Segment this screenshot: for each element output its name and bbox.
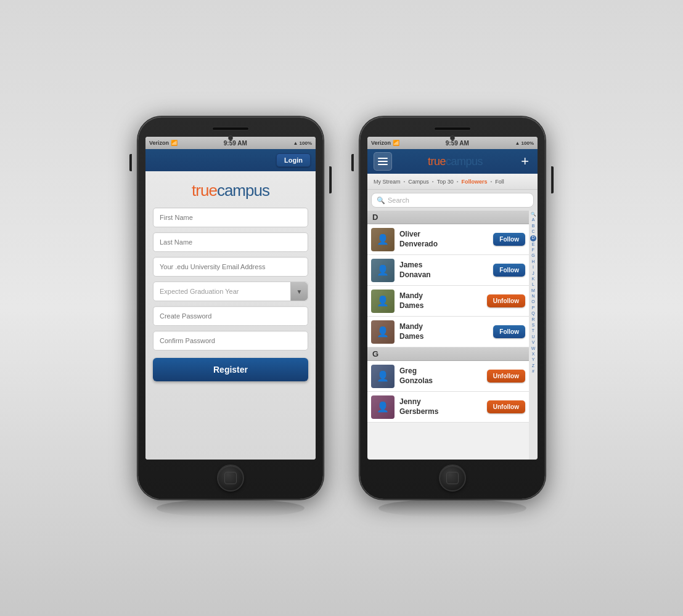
alpha-u[interactable]: U (531, 334, 534, 339)
follower-name-oliver: OliverDenverado (399, 230, 488, 249)
time-1: 9:59 AM (178, 140, 293, 147)
phone1-screen: Verizon 📶 9:59 AM ▲ 100% Login truecampu… (145, 137, 316, 460)
alpha-c[interactable]: C (531, 229, 534, 234)
hamburger-line-3 (378, 164, 388, 165)
alpha-b[interactable]: B (532, 224, 535, 229)
confirm-password-input[interactable] (153, 331, 308, 351)
avatar-james: 👤 (371, 259, 395, 282)
search-icon: 🔍 (377, 197, 385, 205)
home-button-1[interactable] (217, 464, 244, 492)
chevron-down-icon: ▼ (290, 282, 308, 301)
unfollow-button-jenny[interactable]: Unfollow (487, 400, 525, 413)
nav2-title: truecampus (392, 155, 518, 168)
avatar-jenny: 👤 (371, 395, 395, 419)
follow-button-james[interactable]: Follow (493, 264, 525, 277)
time-2: 9:59 AM (399, 140, 515, 147)
logo-campus-1: campus (217, 181, 269, 200)
search-placeholder: Search (388, 197, 409, 204)
register-button[interactable]: Register (153, 358, 308, 381)
alpha-z[interactable]: Z (532, 363, 534, 368)
alpha-r[interactable]: R (531, 317, 534, 322)
tab-bar: My Stream • Campus • Top 30 • Followers … (367, 174, 538, 190)
location-icon-2: ▲ (515, 140, 520, 146)
phone1-nav: Login (145, 149, 316, 171)
tab-followers[interactable]: Followers (459, 179, 490, 185)
home-button-inner-1 (224, 472, 237, 484)
alpha-a[interactable]: A (532, 217, 535, 222)
alpha-m[interactable]: M (531, 288, 535, 293)
alpha-j[interactable]: J (532, 271, 534, 276)
phone-followers: Verizon 📶 9:59 AM ▲ 100% truecampus + My (360, 117, 545, 499)
alpha-l[interactable]: L (532, 282, 534, 287)
alpha-s[interactable]: S (532, 323, 535, 328)
alpha-p[interactable]: P (532, 306, 535, 310)
logo-true-1: true (192, 181, 217, 200)
follower-name-mandy1: MandyDames (399, 291, 482, 310)
alpha-f[interactable]: F (532, 248, 534, 253)
alpha-w[interactable]: W (531, 346, 536, 351)
alpha-q[interactable]: Q (531, 311, 534, 316)
follow-button-mandy2[interactable]: Follow (493, 325, 525, 338)
alpha-e[interactable]: E (532, 242, 535, 247)
phone-registration: Verizon 📶 9:59 AM ▲ 100% Login truecampu… (138, 117, 323, 499)
follower-row-mandy2: 👤 MandyDames Follow (367, 317, 529, 347)
wifi-icon-1: 📶 (171, 140, 178, 146)
tab-top30[interactable]: Top 30 (435, 179, 456, 185)
hamburger-button[interactable] (374, 152, 392, 171)
follower-name-mandy2: MandyDames (399, 322, 488, 341)
speaker-2 (434, 127, 471, 131)
camera (228, 136, 233, 140)
alpha-search[interactable]: 🔍 (531, 212, 536, 217)
alpha-k[interactable]: K (532, 277, 535, 282)
add-button[interactable]: + (518, 153, 531, 169)
phone-top (145, 124, 316, 137)
alpha-d[interactable]: D (530, 235, 536, 241)
alpha-y[interactable]: Y (532, 357, 535, 362)
status-right-1: ▲ 100% (293, 140, 312, 146)
location-icon-1: ▲ (293, 140, 298, 146)
email-input[interactable] (153, 257, 308, 277)
search-input-wrap[interactable]: 🔍 Search (371, 193, 534, 208)
side-button-right-2 (551, 166, 554, 193)
battery-2: 100% (521, 140, 534, 146)
login-button[interactable]: Login (276, 153, 311, 167)
alpha-h[interactable]: H (531, 259, 534, 264)
avatar-oliver: 👤 (371, 228, 395, 251)
alpha-v[interactable]: V (532, 340, 535, 345)
tab-foll[interactable]: Foll (493, 179, 507, 185)
phone1-content: truecampus Expected Graduation Year ▼ Re… (145, 171, 316, 460)
camera-2 (450, 136, 455, 140)
follower-name-james: JamesDonavan (399, 261, 488, 280)
follower-row-mandy1: 👤 MandyDames Unfollow (367, 286, 529, 317)
phone2-nav: truecampus + (367, 149, 538, 174)
last-name-input[interactable] (153, 232, 308, 252)
app-logo-1: truecampus (192, 181, 269, 200)
side-button-right (329, 166, 332, 193)
alpha-t[interactable]: T (532, 328, 534, 333)
first-name-input[interactable] (153, 208, 308, 227)
graduation-year-select[interactable]: Expected Graduation Year ▼ (153, 282, 308, 301)
status-right-2: ▲ 100% (515, 140, 534, 146)
home-button-inner-2 (446, 472, 459, 484)
side-button-left-2 (351, 154, 354, 171)
alpha-g[interactable]: G (531, 253, 534, 258)
alpha-o[interactable]: O (531, 299, 534, 304)
tab-campus[interactable]: Campus (406, 179, 431, 185)
tab-my-stream[interactable]: My Stream (371, 179, 403, 185)
avatar-mandy1: 👤 (371, 290, 395, 313)
nav-logo-campus: campus (446, 155, 483, 168)
follower-row-james: 👤 JamesDonavan Follow (367, 255, 529, 286)
unfollow-button-greg[interactable]: Unfollow (487, 370, 525, 383)
password-input[interactable] (153, 306, 308, 326)
phone-top-2 (367, 124, 538, 137)
home-button-2[interactable] (439, 464, 466, 492)
unfollow-button-mandy1[interactable]: Unfollow (487, 294, 525, 307)
avatar-mandy2: 👤 (371, 320, 395, 344)
section-header-d: D (367, 211, 529, 224)
follow-button-oliver[interactable]: Follow (493, 233, 525, 246)
alpha-hash[interactable]: # (532, 369, 534, 374)
alpha-i[interactable]: I (533, 265, 534, 270)
phone2-screen: Verizon 📶 9:59 AM ▲ 100% truecampus + My (367, 137, 538, 460)
alpha-n[interactable]: N (531, 294, 534, 299)
alpha-x[interactable]: X (532, 352, 535, 357)
